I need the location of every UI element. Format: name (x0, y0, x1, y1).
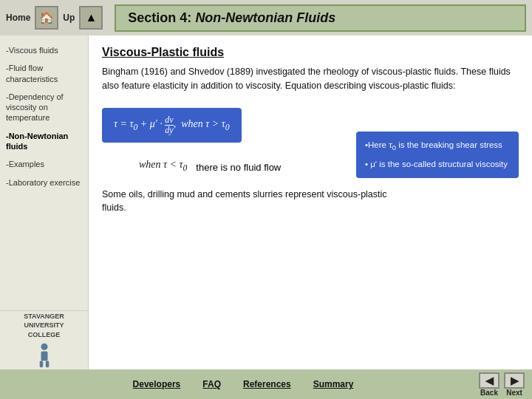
no-flow-formula: when τ < τ0 (139, 159, 187, 173)
bottom-bar: Developers FAQ References Summary ◀ Back… (0, 369, 532, 399)
sidebar-item-dependency[interactable]: -Dependency of viscosity on temperature (0, 88, 88, 127)
bottom-text-line2: fluids. (102, 201, 519, 215)
bottom-nav-buttons: ◀ Back ▶ Next (479, 372, 525, 397)
formula-text: τ = τ0 + μ′ · dv dy , when τ > τ0 (114, 118, 230, 129)
section-title-italic: Non-Newtonian Fluids (195, 10, 335, 25)
back-label: Back (480, 389, 498, 397)
top-bar: Home 🏠 Up ▲ Section 4: Non-Newtonian Flu… (0, 0, 532, 35)
bottom-nav-links: Developers FAQ References Summary (7, 379, 479, 389)
content-title: Viscous-Plastic fluids (102, 46, 519, 59)
bottom-text-line1: Some oils, drilling mud and cements slur… (102, 188, 519, 202)
no-flow-text: there is no fluid flow (196, 162, 281, 173)
svg-rect-3 (45, 361, 49, 368)
back-button[interactable]: ◀ Back (479, 372, 499, 397)
info-box-line2: • μ′ is the so-called structural viscosi… (365, 158, 510, 171)
developers-link[interactable]: Developers (133, 379, 181, 389)
back-icon: ◀ (479, 372, 499, 389)
main-content: Viscous-Plastic fluids Bingham (1916) an… (89, 35, 532, 369)
logo-text: STAVANGER UNIVERSITY COLLEGE (24, 312, 64, 340)
info-box-line1: •Here τ0 is the breaking shear stress (365, 139, 510, 154)
summary-link[interactable]: Summary (313, 379, 354, 389)
svg-rect-1 (41, 352, 47, 361)
formula-box: τ = τ0 + μ′ · dv dy , when τ > τ0 (102, 108, 242, 143)
content-body: Bingham (1916) and Shvedov (1889) invest… (102, 65, 519, 93)
svg-rect-2 (39, 361, 43, 368)
next-button[interactable]: ▶ Next (504, 372, 525, 397)
bottom-text: Some oils, drilling mud and cements slur… (102, 188, 519, 216)
home-button[interactable]: 🏠 (35, 6, 58, 30)
next-icon: ▶ (504, 372, 525, 389)
sidebar-item-non-newtonian[interactable]: -Non-Newtonian fluids (0, 127, 88, 156)
sidebar-item-fluid-flow[interactable]: -Fluid flow characteristics (0, 59, 88, 88)
info-box: •Here τ0 is the breaking shear stress • … (356, 132, 519, 178)
section-title-prefix: Section 4: (128, 10, 195, 25)
up-label: Up (63, 13, 75, 23)
logo-area: STAVANGER UNIVERSITY COLLEGE (0, 310, 89, 369)
references-link[interactable]: References (243, 379, 291, 389)
svg-point-0 (41, 344, 47, 350)
sidebar-item-laboratory[interactable]: -Laboratory exercise (0, 174, 88, 191)
next-label: Next (506, 389, 522, 397)
sidebar-item-viscous-fluids[interactable]: -Viscous fluids (0, 41, 88, 59)
sidebar-item-examples[interactable]: -Examples (0, 155, 88, 173)
up-button[interactable]: ▲ (79, 6, 103, 30)
logo-figure-icon (34, 342, 55, 369)
home-label: Home (6, 13, 30, 23)
faq-link[interactable]: FAQ (202, 379, 221, 389)
section-title: Section 4: Non-Newtonian Fluids (115, 4, 526, 32)
